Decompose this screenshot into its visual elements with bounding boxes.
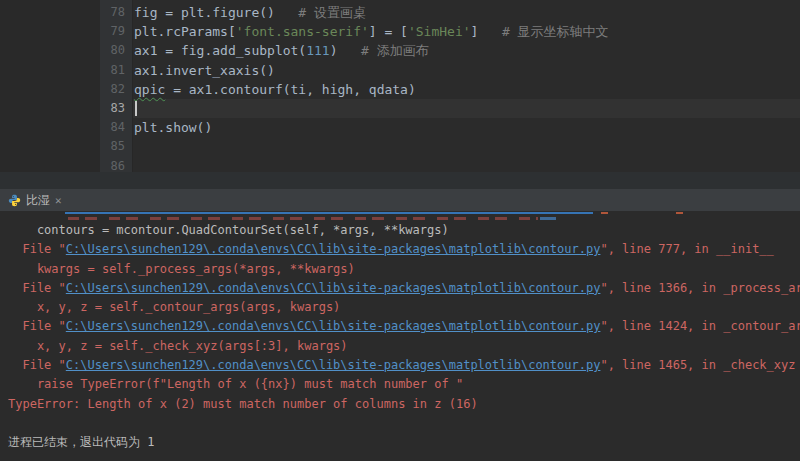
- run-tab[interactable]: 比湿 ✕: [0, 189, 70, 211]
- error-stripe-mark[interactable]: [601, 212, 608, 214]
- clipped-error-text: [68, 217, 538, 220]
- console-line: x, y, z = self._contour_args(args, kwarg…: [8, 298, 800, 317]
- console-text: ", line 1366, in _process_args: [600, 281, 800, 295]
- console-output: contours = mcontour.QuadContourSet(self,…: [8, 221, 800, 453]
- console-text: ", line 1465, in _check_xyz: [600, 358, 795, 372]
- gutter-line-number[interactable]: 78: [100, 3, 132, 22]
- gutter-line-number[interactable]: 82: [100, 80, 132, 99]
- console-text: raise TypeError(f"Length of x ({nx}) mus…: [8, 377, 463, 391]
- code-line[interactable]: plt.show(): [134, 118, 800, 137]
- code-line[interactable]: ax1.invert_xaxis(): [134, 61, 800, 80]
- code-token: ax1 = fig.add_subplot(: [134, 43, 306, 58]
- code-token: # 显示坐标轴中文: [478, 24, 608, 39]
- code-line[interactable]: [134, 137, 800, 156]
- gutter-line-number[interactable]: 81: [100, 61, 132, 80]
- code-token: 111: [306, 43, 329, 58]
- console-line: [8, 414, 800, 433]
- gutter-line-number[interactable]: 79: [100, 22, 132, 41]
- stack-trace-link[interactable]: C:\Users\sunchen129\.conda\envs\CC\lib\s…: [66, 281, 601, 295]
- code-line[interactable]: [134, 157, 800, 176]
- gutter-line-number[interactable]: 86: [100, 157, 132, 176]
- code-token: ): [330, 43, 338, 58]
- console-line: File "C:\Users\sunchen129\.conda\envs\CC…: [8, 356, 800, 375]
- console-line: TypeError: Length of x (2) must match nu…: [8, 395, 800, 414]
- code-token: ] = [: [369, 24, 408, 39]
- console-text: x, y, z = self._contour_args(args, kwarg…: [8, 300, 340, 314]
- gutter-line-number[interactable]: 85: [100, 137, 132, 156]
- code-line[interactable]: plt.rcParams['font.sans-serif'] = ['SimH…: [134, 22, 800, 41]
- code-line[interactable]: [134, 99, 800, 118]
- code-editor[interactable]: 787980818283848586 fig = plt.figure() # …: [0, 0, 800, 172]
- editor-left-margin: [0, 0, 100, 172]
- code-token: 'font.sans-serif': [236, 24, 369, 39]
- stack-trace-link[interactable]: C:\Users\sunchen129\.conda\envs\CC\lib\s…: [66, 319, 601, 333]
- console-text: File ": [8, 242, 66, 256]
- stack-trace-link[interactable]: C:\Users\sunchen129\.conda\envs\CC\lib\s…: [66, 358, 601, 372]
- console-line: File "C:\Users\sunchen129\.conda\envs\CC…: [8, 240, 800, 259]
- console-text: x, y, z = self._check_xyz(args[:3], kwar…: [8, 339, 348, 353]
- code-line[interactable]: fig = plt.figure() # 设置画桌: [134, 3, 800, 22]
- console-line: raise TypeError(f"Length of x ({nx}) mus…: [8, 375, 800, 394]
- code-token: plt.show(): [134, 120, 212, 135]
- console-text: TypeError: Length of x (2) must match nu…: [8, 397, 478, 411]
- code-token: qpic: [134, 82, 165, 97]
- code-token: ax1.invert_xaxis(): [134, 63, 275, 78]
- console-text: File ": [8, 319, 66, 333]
- ide-window: 787980818283848586 fig = plt.figure() # …: [0, 0, 800, 461]
- console-line: File "C:\Users\sunchen129\.conda\envs\CC…: [8, 317, 800, 336]
- run-console[interactable]: contours = mcontour.QuadContourSet(self,…: [0, 215, 800, 461]
- close-icon[interactable]: ✕: [55, 194, 62, 206]
- code-line[interactable]: qpic = ax1.contourf(ti, high, qdata): [134, 80, 800, 99]
- code-line[interactable]: ax1 = fig.add_subplot(111) # 添加画布: [134, 41, 800, 60]
- console-line: kwargs = self._process_args(*args, **kwa…: [8, 260, 800, 279]
- gutter-line-number[interactable]: 83: [100, 99, 132, 118]
- console-line: contours = mcontour.QuadContourSet(self,…: [8, 221, 800, 240]
- console-text: kwargs = self._process_args(*args, **kwa…: [8, 262, 355, 276]
- code-token: = ax1.contourf(ti, high, qdata): [165, 82, 415, 97]
- console-text: contours = mcontour.QuadContourSet(self,…: [8, 223, 449, 237]
- console-line: x, y, z = self._check_xyz(args[:3], kwar…: [8, 337, 800, 356]
- stack-trace-link[interactable]: C:\Users\sunchen129\.conda\envs\CC\lib\s…: [66, 242, 601, 256]
- console-text: ", line 777, in __init__: [600, 242, 773, 256]
- text-caret: [135, 101, 137, 116]
- console-text: ", line 1424, in _contour_args: [600, 319, 800, 333]
- run-tab-label: 比湿: [26, 192, 50, 209]
- gutter-line-number[interactable]: 84: [100, 118, 132, 137]
- clipped-link-text: [540, 217, 556, 220]
- run-toolwindow-header: 比湿 ✕: [0, 189, 800, 211]
- code-token: plt.rcParams[: [134, 24, 236, 39]
- console-line: File "C:\Users\sunchen129\.conda\envs\CC…: [8, 279, 800, 298]
- console-scrollbar-thumb[interactable]: [65, 212, 593, 214]
- console-text: File ": [8, 358, 66, 372]
- code-token: fig = plt.figure(): [134, 5, 275, 20]
- code-token: # 添加画布: [338, 43, 429, 58]
- console-text: 进程已结束，退出代码为 1: [8, 435, 154, 449]
- console-text: File ": [8, 281, 66, 295]
- editor-gutter[interactable]: 787980818283848586: [100, 0, 133, 172]
- code-text-area[interactable]: fig = plt.figure() # 设置画桌plt.rcParams['f…: [134, 0, 800, 172]
- code-token: # 设置画桌: [275, 5, 366, 20]
- gutter-line-number[interactable]: 80: [100, 41, 132, 60]
- code-token: 'SimHei': [408, 24, 471, 39]
- console-line: 进程已结束，退出代码为 1: [8, 433, 800, 452]
- error-stripe-mark[interactable]: [676, 212, 683, 214]
- python-icon: [8, 194, 21, 207]
